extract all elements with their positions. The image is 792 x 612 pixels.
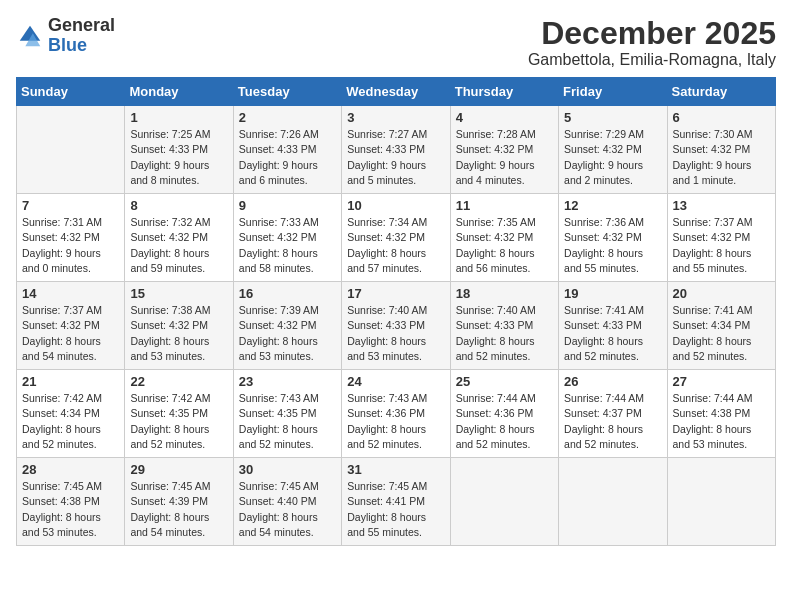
calendar-cell: 15Sunrise: 7:38 AMSunset: 4:32 PMDayligh… (125, 282, 233, 370)
cell-content: Sunrise: 7:40 AMSunset: 4:33 PMDaylight:… (456, 304, 536, 362)
day-number: 26 (564, 374, 661, 389)
calendar-cell: 6Sunrise: 7:30 AMSunset: 4:32 PMDaylight… (667, 106, 775, 194)
cell-content: Sunrise: 7:43 AMSunset: 4:36 PMDaylight:… (347, 392, 427, 450)
calendar-cell (559, 458, 667, 546)
cell-content: Sunrise: 7:27 AMSunset: 4:33 PMDaylight:… (347, 128, 427, 186)
calendar-cell: 26Sunrise: 7:44 AMSunset: 4:37 PMDayligh… (559, 370, 667, 458)
cell-content: Sunrise: 7:41 AMSunset: 4:33 PMDaylight:… (564, 304, 644, 362)
weekday-header-wednesday: Wednesday (342, 78, 450, 106)
weekday-header-thursday: Thursday (450, 78, 558, 106)
day-number: 14 (22, 286, 119, 301)
calendar-cell: 18Sunrise: 7:40 AMSunset: 4:33 PMDayligh… (450, 282, 558, 370)
calendar-table: SundayMondayTuesdayWednesdayThursdayFrid… (16, 77, 776, 546)
logo-icon (16, 22, 44, 50)
title-area: December 2025 Gambettola, Emilia-Romagna… (528, 16, 776, 69)
calendar-week-row: 21Sunrise: 7:42 AMSunset: 4:34 PMDayligh… (17, 370, 776, 458)
weekday-header-sunday: Sunday (17, 78, 125, 106)
calendar-cell (667, 458, 775, 546)
day-number: 20 (673, 286, 770, 301)
calendar-cell: 16Sunrise: 7:39 AMSunset: 4:32 PMDayligh… (233, 282, 341, 370)
cell-content: Sunrise: 7:37 AMSunset: 4:32 PMDaylight:… (673, 216, 753, 274)
month-year-title: December 2025 (528, 16, 776, 51)
day-number: 11 (456, 198, 553, 213)
day-number: 30 (239, 462, 336, 477)
cell-content: Sunrise: 7:26 AMSunset: 4:33 PMDaylight:… (239, 128, 319, 186)
weekday-header-monday: Monday (125, 78, 233, 106)
calendar-cell: 5Sunrise: 7:29 AMSunset: 4:32 PMDaylight… (559, 106, 667, 194)
weekday-header-saturday: Saturday (667, 78, 775, 106)
cell-content: Sunrise: 7:38 AMSunset: 4:32 PMDaylight:… (130, 304, 210, 362)
cell-content: Sunrise: 7:28 AMSunset: 4:32 PMDaylight:… (456, 128, 536, 186)
calendar-cell: 7Sunrise: 7:31 AMSunset: 4:32 PMDaylight… (17, 194, 125, 282)
calendar-cell: 27Sunrise: 7:44 AMSunset: 4:38 PMDayligh… (667, 370, 775, 458)
day-number: 12 (564, 198, 661, 213)
day-number: 21 (22, 374, 119, 389)
calendar-cell: 12Sunrise: 7:36 AMSunset: 4:32 PMDayligh… (559, 194, 667, 282)
calendar-week-row: 7Sunrise: 7:31 AMSunset: 4:32 PMDaylight… (17, 194, 776, 282)
cell-content: Sunrise: 7:44 AMSunset: 4:38 PMDaylight:… (673, 392, 753, 450)
cell-content: Sunrise: 7:40 AMSunset: 4:33 PMDaylight:… (347, 304, 427, 362)
cell-content: Sunrise: 7:25 AMSunset: 4:33 PMDaylight:… (130, 128, 210, 186)
day-number: 31 (347, 462, 444, 477)
cell-content: Sunrise: 7:33 AMSunset: 4:32 PMDaylight:… (239, 216, 319, 274)
day-number: 13 (673, 198, 770, 213)
cell-content: Sunrise: 7:29 AMSunset: 4:32 PMDaylight:… (564, 128, 644, 186)
cell-content: Sunrise: 7:35 AMSunset: 4:32 PMDaylight:… (456, 216, 536, 274)
cell-content: Sunrise: 7:43 AMSunset: 4:35 PMDaylight:… (239, 392, 319, 450)
calendar-cell: 3Sunrise: 7:27 AMSunset: 4:33 PMDaylight… (342, 106, 450, 194)
day-number: 6 (673, 110, 770, 125)
day-number: 4 (456, 110, 553, 125)
day-number: 28 (22, 462, 119, 477)
day-number: 27 (673, 374, 770, 389)
page-header: General Blue December 2025 Gambettola, E… (16, 16, 776, 69)
day-number: 18 (456, 286, 553, 301)
logo-text: General Blue (48, 16, 115, 56)
calendar-cell: 29Sunrise: 7:45 AMSunset: 4:39 PMDayligh… (125, 458, 233, 546)
day-number: 7 (22, 198, 119, 213)
weekday-header-row: SundayMondayTuesdayWednesdayThursdayFrid… (17, 78, 776, 106)
calendar-cell: 10Sunrise: 7:34 AMSunset: 4:32 PMDayligh… (342, 194, 450, 282)
calendar-cell: 1Sunrise: 7:25 AMSunset: 4:33 PMDaylight… (125, 106, 233, 194)
calendar-cell: 9Sunrise: 7:33 AMSunset: 4:32 PMDaylight… (233, 194, 341, 282)
logo: General Blue (16, 16, 115, 56)
cell-content: Sunrise: 7:32 AMSunset: 4:32 PMDaylight:… (130, 216, 210, 274)
day-number: 3 (347, 110, 444, 125)
day-number: 1 (130, 110, 227, 125)
weekday-header-friday: Friday (559, 78, 667, 106)
calendar-cell: 25Sunrise: 7:44 AMSunset: 4:36 PMDayligh… (450, 370, 558, 458)
calendar-cell (450, 458, 558, 546)
calendar-cell: 19Sunrise: 7:41 AMSunset: 4:33 PMDayligh… (559, 282, 667, 370)
calendar-week-row: 1Sunrise: 7:25 AMSunset: 4:33 PMDaylight… (17, 106, 776, 194)
cell-content: Sunrise: 7:44 AMSunset: 4:37 PMDaylight:… (564, 392, 644, 450)
calendar-cell: 8Sunrise: 7:32 AMSunset: 4:32 PMDaylight… (125, 194, 233, 282)
cell-content: Sunrise: 7:45 AMSunset: 4:38 PMDaylight:… (22, 480, 102, 538)
cell-content: Sunrise: 7:41 AMSunset: 4:34 PMDaylight:… (673, 304, 753, 362)
calendar-cell (17, 106, 125, 194)
cell-content: Sunrise: 7:34 AMSunset: 4:32 PMDaylight:… (347, 216, 427, 274)
calendar-cell: 2Sunrise: 7:26 AMSunset: 4:33 PMDaylight… (233, 106, 341, 194)
day-number: 8 (130, 198, 227, 213)
calendar-week-row: 14Sunrise: 7:37 AMSunset: 4:32 PMDayligh… (17, 282, 776, 370)
cell-content: Sunrise: 7:45 AMSunset: 4:41 PMDaylight:… (347, 480, 427, 538)
calendar-cell: 17Sunrise: 7:40 AMSunset: 4:33 PMDayligh… (342, 282, 450, 370)
location-subtitle: Gambettola, Emilia-Romagna, Italy (528, 51, 776, 69)
day-number: 25 (456, 374, 553, 389)
day-number: 22 (130, 374, 227, 389)
cell-content: Sunrise: 7:39 AMSunset: 4:32 PMDaylight:… (239, 304, 319, 362)
calendar-cell: 24Sunrise: 7:43 AMSunset: 4:36 PMDayligh… (342, 370, 450, 458)
calendar-cell: 11Sunrise: 7:35 AMSunset: 4:32 PMDayligh… (450, 194, 558, 282)
calendar-cell: 23Sunrise: 7:43 AMSunset: 4:35 PMDayligh… (233, 370, 341, 458)
calendar-cell: 31Sunrise: 7:45 AMSunset: 4:41 PMDayligh… (342, 458, 450, 546)
cell-content: Sunrise: 7:44 AMSunset: 4:36 PMDaylight:… (456, 392, 536, 450)
calendar-cell: 22Sunrise: 7:42 AMSunset: 4:35 PMDayligh… (125, 370, 233, 458)
cell-content: Sunrise: 7:42 AMSunset: 4:35 PMDaylight:… (130, 392, 210, 450)
cell-content: Sunrise: 7:36 AMSunset: 4:32 PMDaylight:… (564, 216, 644, 274)
day-number: 29 (130, 462, 227, 477)
day-number: 2 (239, 110, 336, 125)
day-number: 23 (239, 374, 336, 389)
cell-content: Sunrise: 7:37 AMSunset: 4:32 PMDaylight:… (22, 304, 102, 362)
cell-content: Sunrise: 7:45 AMSunset: 4:40 PMDaylight:… (239, 480, 319, 538)
day-number: 19 (564, 286, 661, 301)
calendar-cell: 30Sunrise: 7:45 AMSunset: 4:40 PMDayligh… (233, 458, 341, 546)
day-number: 5 (564, 110, 661, 125)
